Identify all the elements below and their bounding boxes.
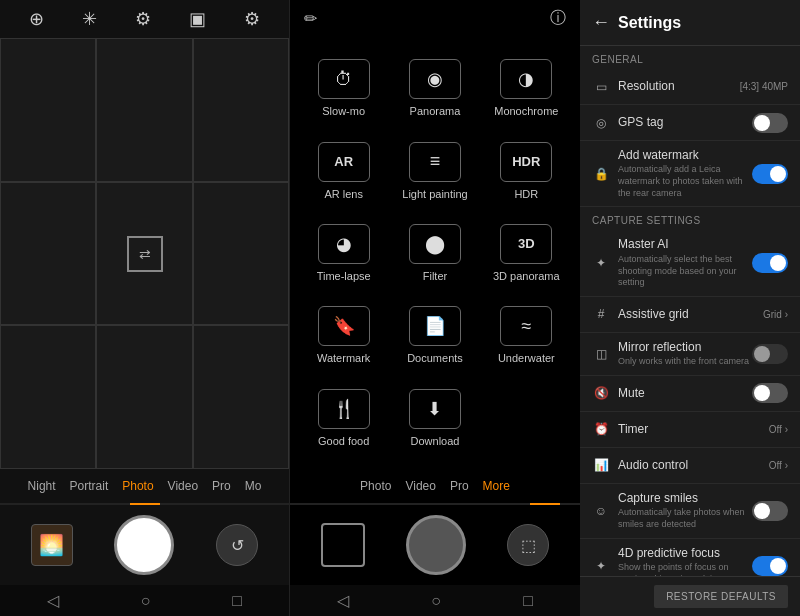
recent-nav-icon[interactable]: □ xyxy=(232,592,242,610)
panorama-icon: ◉ xyxy=(427,68,443,90)
camera-flip-button[interactable]: ↺ xyxy=(216,524,258,566)
home-nav-icon[interactable]: ○ xyxy=(141,592,151,610)
flash-icon[interactable]: ⊕ xyxy=(29,8,44,30)
watermark-label: Watermark xyxy=(317,352,370,364)
filter-label: Filter xyxy=(423,270,447,282)
hdr-label: HDR xyxy=(514,188,538,200)
mute-toggle-thumb xyxy=(754,385,770,401)
ar-lens-label: AR lens xyxy=(324,188,363,200)
settings-panel: ← Settings GENERAL ▭ Resolution [4:3] 40… xyxy=(580,0,800,616)
mode-cell-ar-lens[interactable]: AR AR lens xyxy=(298,129,389,211)
mid-home-nav-icon[interactable]: ○ xyxy=(431,592,441,610)
master-ai-desc: Automatically select the best shooting m… xyxy=(618,254,752,289)
mode-cell-underwater[interactable]: ≈ Underwater xyxy=(481,294,572,376)
mode-cell-3d-panorama[interactable]: 3D 3D panorama xyxy=(481,212,572,294)
mode-cell-slow-mo[interactable]: ⏱ Slow-mo xyxy=(298,47,389,129)
mode-cell-monochrome[interactable]: ◑ Monochrome xyxy=(481,47,572,129)
menu-icon[interactable]: ⚙ xyxy=(244,8,260,30)
light-painting-icon: ≡ xyxy=(430,151,441,172)
mid-mode-video[interactable]: Video xyxy=(405,479,435,493)
setting-master-ai[interactable]: ✦ Master AI Automatically select the bes… xyxy=(580,230,800,296)
setting-resolution[interactable]: ▭ Resolution [4:3] 40MP xyxy=(580,69,800,105)
setting-gps-tag[interactable]: ◎ GPS tag xyxy=(580,105,800,141)
square-mode-button[interactable] xyxy=(321,523,365,567)
setting-assistive-grid[interactable]: # Assistive grid Grid › xyxy=(580,297,800,333)
mode-cell-download[interactable]: ⬇ Download xyxy=(389,377,480,459)
mirror-toggle-thumb xyxy=(754,346,770,362)
mute-toggle[interactable] xyxy=(752,383,788,403)
mid-mode-pro[interactable]: Pro xyxy=(450,479,469,493)
mode-more[interactable]: Mo xyxy=(245,479,262,493)
setting-timer[interactable]: ⏰ Timer Off › xyxy=(580,412,800,448)
edit-icon[interactable]: ✏ xyxy=(304,9,317,28)
back-nav-icon[interactable]: ◁ xyxy=(47,591,59,610)
capture-smiles-toggle[interactable] xyxy=(752,501,788,521)
mirror-toggle[interactable] xyxy=(752,344,788,364)
mode-cell-light-painting[interactable]: ≡ Light painting xyxy=(389,129,480,211)
shutter-button[interactable] xyxy=(114,515,174,575)
restore-defaults-button[interactable]: RESTORE DEFAULTS xyxy=(654,585,788,608)
audio-control-name: Audio control xyxy=(618,458,765,472)
mode-cell-documents[interactable]: 📄 Documents xyxy=(389,294,480,376)
mode-photo[interactable]: Photo xyxy=(122,479,153,493)
mirror-content: Mirror reflection Only works with the fr… xyxy=(618,340,752,368)
mid-mode-photo[interactable]: Photo xyxy=(360,479,391,493)
slow-mo-icon-box: ⏱ xyxy=(318,59,370,99)
mid-camera-switch[interactable]: ⬚ xyxy=(507,524,549,566)
setting-mirror-reflection[interactable]: ◫ Mirror reflection Only works with the … xyxy=(580,333,800,376)
master-ai-toggle[interactable] xyxy=(752,253,788,273)
mid-recent-nav-icon[interactable]: □ xyxy=(523,592,533,610)
assistive-grid-name: Assistive grid xyxy=(618,307,759,321)
mode-cell-panorama[interactable]: ◉ Panorama xyxy=(389,47,480,129)
mode-cell-time-lapse[interactable]: ◕ Time-lapse xyxy=(298,212,389,294)
info-icon[interactable]: ⓘ xyxy=(550,8,566,29)
section-label-general: GENERAL xyxy=(580,46,800,69)
settings-header: ← Settings xyxy=(580,0,800,46)
audio-control-content: Audio control xyxy=(618,458,765,472)
hdr-icon-box: HDR xyxy=(500,142,552,182)
gps-content: GPS tag xyxy=(618,115,752,129)
mid-back-nav-icon[interactable]: ◁ xyxy=(337,591,349,610)
mid-shutter-button[interactable] xyxy=(406,515,466,575)
gps-name: GPS tag xyxy=(618,115,752,129)
mute-name: Mute xyxy=(618,386,752,400)
filter-icon: ⬤ xyxy=(425,233,445,255)
resolution-name: Resolution xyxy=(618,79,736,93)
grid-cell xyxy=(0,38,96,182)
camera-switch-icon: ⬚ xyxy=(521,536,536,555)
documents-label: Documents xyxy=(407,352,463,364)
timer-value: Off › xyxy=(769,424,788,435)
mode-cell-good-food[interactable]: 🍴 Good food xyxy=(298,377,389,459)
mode-cell-watermark[interactable]: 🔖 Watermark xyxy=(298,294,389,376)
mode-portrait[interactable]: Portrait xyxy=(70,479,109,493)
settings-back-button[interactable]: ← xyxy=(592,12,610,33)
sparkle-icon[interactable]: ✳ xyxy=(82,8,97,30)
mode-cell-hdr[interactable]: HDR HDR xyxy=(481,129,572,211)
4d-focus-name: 4D predictive focus xyxy=(618,546,752,560)
audio-control-icon: 📊 xyxy=(592,458,610,472)
mode-night[interactable]: Night xyxy=(28,479,56,493)
setting-capture-smiles[interactable]: ☺ Capture smiles Automatically take phot… xyxy=(580,484,800,539)
ar-lens-icon: AR xyxy=(334,154,353,169)
setting-add-watermark[interactable]: 🔒 Add watermark Automatically add a Leic… xyxy=(580,141,800,207)
flip-camera-icon: ↺ xyxy=(231,536,244,555)
capture-smiles-content: Capture smiles Automatically take photos… xyxy=(618,491,752,531)
thumbnail-preview[interactable]: 🌅 xyxy=(31,524,73,566)
setting-audio-control[interactable]: 📊 Audio control Off › xyxy=(580,448,800,484)
film-icon[interactable]: ▣ xyxy=(189,8,206,30)
mode-pro[interactable]: Pro xyxy=(212,479,231,493)
settings-icon[interactable]: ⚙ xyxy=(135,8,151,30)
underwater-label: Underwater xyxy=(498,352,555,364)
hdr-icon: HDR xyxy=(512,154,540,169)
4d-focus-toggle[interactable] xyxy=(752,556,788,576)
gps-toggle[interactable] xyxy=(752,113,788,133)
mode-video[interactable]: Video xyxy=(168,479,198,493)
setting-mute[interactable]: 🔇 Mute xyxy=(580,376,800,412)
camera-viewfinder: ⇄ xyxy=(0,38,289,469)
mid-mode-more[interactable]: More xyxy=(483,479,510,493)
good-food-label: Good food xyxy=(318,435,369,447)
watermark-toggle-thumb xyxy=(770,166,786,182)
mode-cell-filter[interactable]: ⬤ Filter xyxy=(389,212,480,294)
timer-content: Timer xyxy=(618,422,765,436)
watermark-toggle[interactable] xyxy=(752,164,788,184)
